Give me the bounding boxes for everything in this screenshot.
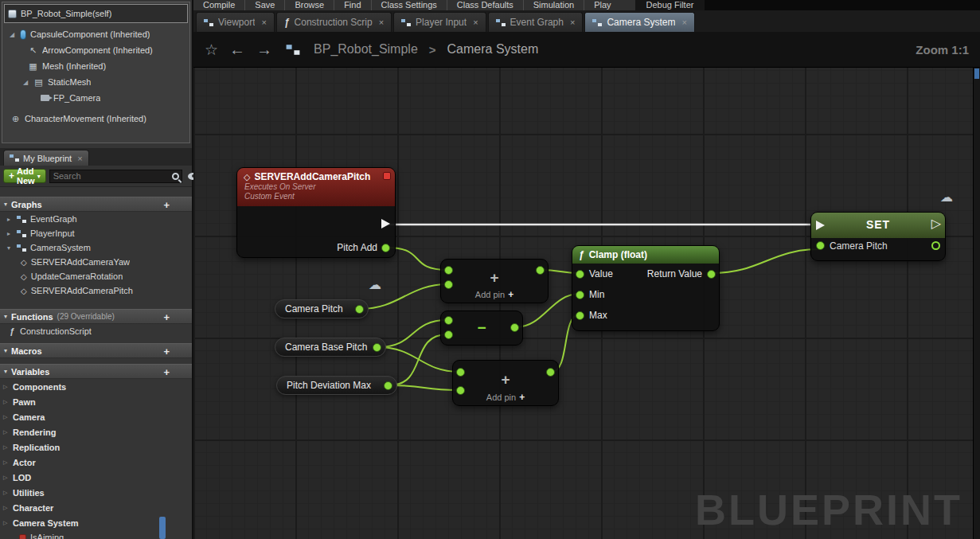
graph-item-camerasystem[interactable]: ▾ CameraSystem: [0, 240, 192, 255]
variable-category-camera[interactable]: ▷ Camera: [0, 409, 192, 424]
exec-output-pin[interactable]: ▷: [931, 216, 941, 231]
float-output-pin[interactable]: [373, 343, 381, 352]
data-wire-deviation-add2[interactable]: [389, 385, 459, 390]
expander-icon[interactable]: ▸: [5, 216, 13, 223]
tab-player-input[interactable]: Player Input ×: [393, 12, 486, 32]
close-icon[interactable]: ×: [77, 154, 82, 163]
expander-icon[interactable]: ▾: [5, 244, 13, 252]
tab-construction-script[interactable]: ƒ Construction Scrip ×: [276, 12, 392, 32]
component-row-mesh[interactable]: ▦ Mesh (Inherited): [4, 58, 188, 74]
node-add-2[interactable]: + Add pin +: [452, 360, 559, 406]
getter-pitch-deviation-max[interactable]: Pitch Deviation Max: [276, 376, 397, 395]
float-output-pin[interactable]: [355, 305, 364, 314]
float-output-pin[interactable]: [384, 381, 392, 390]
add-graph-button[interactable]: +: [163, 199, 170, 211]
node-set-camera-pitch[interactable]: SET ▷ Camera Pitch: [810, 212, 946, 261]
event-item-serveraddcamerayaw[interactable]: ◇ SERVERAddCameraYaw: [0, 255, 192, 269]
add-pin-button[interactable]: Add pin +: [441, 289, 548, 300]
node-server-add-camera-pitch[interactable]: ◇ SERVERAddCameraPitch Executes On Serve…: [236, 167, 396, 258]
clamp-value-input-pin[interactable]: [576, 270, 584, 279]
expander-icon[interactable]: ▸: [5, 230, 13, 237]
close-icon[interactable]: ×: [681, 18, 686, 27]
expander-icon[interactable]: ▷: [3, 429, 10, 435]
variable-category-replication[interactable]: ▷ Replication: [0, 439, 192, 455]
expander-icon[interactable]: ◢: [21, 79, 29, 86]
toolbar-find-button[interactable]: Find: [334, 0, 371, 10]
expander-icon[interactable]: ▷: [3, 384, 10, 390]
toolbar-simulation-button[interactable]: Simulation: [524, 0, 584, 10]
toolbar-class-defaults-button[interactable]: Class Defaults: [447, 0, 524, 10]
add-function-button[interactable]: +: [163, 311, 170, 323]
add-macro-button[interactable]: +: [163, 346, 170, 357]
favorite-star-icon[interactable]: ☆: [205, 41, 218, 59]
toolbar-compile-button[interactable]: Compile: [193, 0, 245, 10]
graph-vertical-scrollbar[interactable]: [973, 68, 980, 539]
variable-category-lod[interactable]: ▷ LOD: [0, 470, 192, 485]
tab-event-graph[interactable]: Event Graph ×: [488, 12, 584, 32]
expander-icon[interactable]: ▷: [3, 414, 10, 420]
event-item-serveraddcamerapitch[interactable]: ◇ SERVERAddCameraPitch: [0, 283, 192, 298]
node-subtract[interactable]: −: [440, 311, 523, 346]
expander-icon[interactable]: ▷: [3, 505, 10, 511]
graph-canvas[interactable]: BLUEPRINT: [193, 32, 980, 539]
clamp-max-input-pin[interactable]: [576, 311, 584, 320]
tab-viewport[interactable]: Viewport ×: [196, 12, 275, 32]
expander-icon[interactable]: ◢: [8, 31, 16, 38]
variable-category-pawn[interactable]: ▷ Pawn: [0, 394, 192, 409]
sidebar-scrollbar-thumb[interactable]: [159, 517, 166, 539]
search-icon[interactable]: [172, 173, 179, 180]
variable-category-rendering[interactable]: ▷ Rendering: [0, 424, 192, 439]
component-row-staticmesh[interactable]: ◢ ▤ StaticMesh: [4, 74, 188, 90]
section-header-graphs[interactable]: ▾ Graphs +: [0, 197, 192, 212]
graph-item-playerinput[interactable]: ▸ PlayerInput: [0, 226, 192, 240]
exec-output-pin[interactable]: [381, 219, 390, 228]
variable-category-components[interactable]: ▷ Components: [0, 379, 192, 394]
component-row-self[interactable]: BP_Robot_Simple(self): [4, 4, 188, 23]
close-icon[interactable]: ×: [473, 18, 478, 27]
getter-camera-pitch[interactable]: Camera Pitch: [275, 299, 369, 318]
component-row-fp-camera[interactable]: FP_Camera: [4, 90, 188, 106]
back-arrow-icon[interactable]: ←: [229, 41, 245, 59]
event-item-updatecamerarotation[interactable]: ◇ UpdateCameraRotation: [0, 269, 192, 283]
toolbar-play-button[interactable]: Play: [584, 0, 620, 10]
close-icon[interactable]: ×: [261, 18, 266, 27]
data-wire-clamp-set[interactable]: [713, 249, 819, 273]
toolbar-browse-button[interactable]: Browse: [285, 0, 334, 10]
variable-category-utilities[interactable]: ▷ Utilities: [0, 485, 192, 500]
my-blueprint-tab[interactable]: My Blueprint ×: [3, 150, 89, 166]
clamp-return-output-pin[interactable]: [707, 270, 716, 279]
expander-icon[interactable]: ▷: [3, 459, 10, 466]
data-wire-pitchadd-add1[interactable]: [387, 248, 447, 270]
forward-arrow-icon[interactable]: →: [256, 41, 272, 59]
clamp-min-input-pin[interactable]: [576, 291, 584, 299]
node-clamp-float[interactable]: ƒ Clamp (float) Value Return Value Min M…: [572, 245, 720, 331]
breadcrumb-root[interactable]: BP_Robot_Simple: [314, 42, 418, 57]
component-row-capsule[interactable]: ◢ CapsuleComponent (Inherited): [4, 26, 188, 42]
expander-icon[interactable]: ▷: [3, 475, 10, 481]
variable-category-actor[interactable]: ▷ Actor: [0, 455, 192, 470]
toolbar-save-button[interactable]: Save: [245, 0, 285, 10]
close-icon[interactable]: ×: [570, 18, 575, 27]
toolbar-class-settings-button[interactable]: Class Settings: [372, 0, 447, 10]
search-input[interactable]: [50, 171, 170, 181]
add-pin-button[interactable]: Add pin +: [453, 392, 558, 403]
add-new-button[interactable]: + Add New ▾: [3, 169, 46, 183]
pitch-add-output-pin[interactable]: [381, 244, 390, 252]
expander-icon[interactable]: ▷: [3, 490, 10, 496]
set-value-input-pin[interactable]: [816, 241, 825, 250]
add-variable-button[interactable]: +: [163, 366, 170, 378]
variable-category-character[interactable]: ▷ Character: [0, 500, 192, 515]
close-icon[interactable]: ×: [379, 18, 384, 27]
node-add-1[interactable]: + Add pin +: [440, 259, 549, 303]
getter-camera-base-pitch[interactable]: Camera Base Pitch: [275, 338, 386, 357]
expander-icon[interactable]: ▷: [3, 444, 10, 451]
data-wire-basepitch-subtract[interactable]: [378, 320, 447, 347]
component-row-arrow[interactable]: ↖ ArrowComponent (Inherited): [4, 42, 188, 58]
component-row-charactermovement[interactable]: ⊕ CharacterMovement (Inherited): [4, 111, 188, 127]
tab-camera-system[interactable]: Camera System ×: [584, 12, 694, 32]
expander-icon[interactable]: ▷: [3, 520, 10, 526]
section-header-variables[interactable]: ▾ Variables +: [0, 364, 192, 379]
toolbar-debug-filter[interactable]: Debug Filter: [635, 0, 705, 10]
breadcrumb-current[interactable]: Camera System: [447, 42, 539, 57]
section-header-functions[interactable]: ▾ Functions (29 Overridable) +: [0, 309, 192, 324]
